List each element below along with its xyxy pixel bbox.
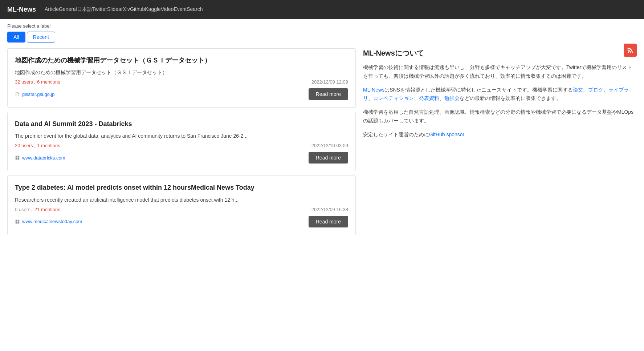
article-date-1: 2022/12/10 03:09 <box>311 143 348 148</box>
sidebar-para3: 機械学習を応用した自然言語処理、画像認識、情報検索などの分野の情報や機械学習で必… <box>363 108 637 125</box>
article-title-2: Type 2 diabetes: AI model predicts onset… <box>15 183 348 192</box>
navbar-item-kaggle[interactable]: Kaggle <box>145 6 161 12</box>
page-header: Please select a label <box>0 19 644 32</box>
article-footer-2: www.medicalnewstoday.com Read more <box>15 216 348 227</box>
article-link-0[interactable]: gisstar.gsi.go.jp <box>15 92 55 97</box>
article-card-2: Type 2 diabetes: AI model predicts onset… <box>7 176 356 235</box>
article-users-2: 0 users <box>15 207 30 212</box>
grid2-icon <box>15 219 20 224</box>
label-buttons: All Recent <box>0 32 644 48</box>
main-layout: 地図作成のための機械学習用データセット（ＧＳＩデータセット） 地図作成のための機… <box>0 48 644 239</box>
doc-icon <box>15 92 20 97</box>
sidebar-para4: 安定したサイト運営のためにGitHub sponsor <box>363 130 637 139</box>
article-users-1: 20 users <box>15 143 33 148</box>
article-date-2: 2022/12/09 16:38 <box>311 207 348 212</box>
sidebar-column: ML-Newsについて 機械学習の技術に関する情報は流速も早いし、分野も多様でキ… <box>363 48 637 239</box>
sidebar-para1: 機械学習の技術に関する情報は流速も早いし、分野も多様でキャッチアップが大変です。… <box>363 63 637 81</box>
article-meta-0: 32 users, 6 mentions 2022/12/09 12:09 <box>15 79 348 85</box>
read-more-button-2[interactable]: Read more <box>309 216 348 227</box>
article-mentions-0: 6 mentions <box>37 79 60 85</box>
btn-recent[interactable]: Recent <box>27 32 55 43</box>
navbar-item-arxiv[interactable]: arXiv <box>118 6 130 12</box>
navbar-item-twitter[interactable]: Twitter <box>92 6 107 12</box>
sidebar-link-competition[interactable]: コンペティション <box>373 95 414 101</box>
article-link-text-0: gisstar.gsi.go.jp <box>22 92 55 97</box>
sidebar-title: ML-Newsについて <box>363 48 637 58</box>
read-more-button-1[interactable]: Read more <box>309 152 348 164</box>
nav-items: ArticleGeneral日本語TwitterSlidearXivGithub… <box>45 6 203 13</box>
article-mentions-2: 21 mentions <box>34 207 60 212</box>
select-label-text: Please select a label <box>7 23 50 29</box>
navbar-item-general[interactable]: General <box>59 6 77 12</box>
article-mentions-1: 1 mentions <box>37 143 60 148</box>
article-link-2[interactable]: www.medicalnewstoday.com <box>15 219 82 224</box>
grid-icon <box>15 155 20 160</box>
article-card-0: 地図作成のための機械学習用データセット（ＧＳＩデータセット） 地図作成のための機… <box>7 48 356 108</box>
navbar-item-search[interactable]: Search <box>187 6 203 12</box>
navbar-item-japanese[interactable]: 日本語 <box>77 6 92 12</box>
article-link-text-1: www.databricks.com <box>22 155 65 161</box>
navbar-item-event[interactable]: Event <box>174 6 187 12</box>
article-date-0: 2022/12/09 12:09 <box>311 79 348 85</box>
article-summary-1: The premier event for the global data, a… <box>15 132 348 140</box>
btn-all[interactable]: All <box>7 32 25 43</box>
article-link-text-2: www.medicalnewstoday.com <box>22 219 82 224</box>
sidebar-link-ronbun[interactable]: 論文 <box>573 87 583 93</box>
article-link-1[interactable]: www.databricks.com <box>15 155 65 161</box>
article-summary-2: Researchers recently created an artifici… <box>15 196 348 204</box>
article-meta-1: 20 users, 1 mentions 2022/12/10 03:09 <box>15 143 348 148</box>
article-footer-1: www.databricks.com Read more <box>15 152 348 164</box>
sidebar-github-sponsor-link[interactable]: GitHub sponsor <box>429 132 464 137</box>
article-stats-2: 0 users, 21 mentions <box>15 207 60 212</box>
navbar-item-article[interactable]: Article <box>45 6 59 12</box>
sidebar-link-slides[interactable]: 発表資料 <box>419 95 439 101</box>
sidebar-ml-news-link[interactable]: ML-News <box>363 87 384 93</box>
article-meta-2: 0 users, 21 mentions 2022/12/09 16:38 <box>15 207 348 212</box>
navbar-item-video[interactable]: Video <box>161 6 174 12</box>
article-footer-0: gisstar.gsi.go.jp Read more <box>15 88 348 100</box>
navbar-item-slide[interactable]: Slide <box>107 6 118 12</box>
navbar-brand[interactable]: ML-News <box>7 6 36 13</box>
article-stats-0: 32 users, 6 mentions <box>15 79 60 85</box>
article-title-0: 地図作成のための機械学習用データセット（ＧＳＩデータセット） <box>15 56 348 65</box>
sidebar-para2: ML-NewsはSNSを情報源とした機械学習に特化したニュースサイトです。機械学… <box>363 86 637 103</box>
navbar-item-github[interactable]: Github <box>130 6 145 12</box>
article-users-0: 32 users <box>15 79 33 85</box>
article-card-1: Data and AI Summit 2023 - Databricks The… <box>7 112 356 171</box>
navbar: ML-News ArticleGeneral日本語TwitterSlidearX… <box>0 0 644 19</box>
sidebar-link-blog[interactable]: ブログ <box>588 87 603 93</box>
articles-column: 地図作成のための機械学習用データセット（ＧＳＩデータセット） 地図作成のための機… <box>7 48 356 239</box>
read-more-button-0[interactable]: Read more <box>309 88 348 100</box>
article-title-1: Data and AI Summit 2023 - Databricks <box>15 120 348 129</box>
article-summary-0: 地図作成のための機械学習用データセット（ＧＳＩデータセット） <box>15 69 348 76</box>
article-stats-1: 20 users, 1 mentions <box>15 143 60 148</box>
sidebar-link-study[interactable]: 勉強会 <box>444 95 460 101</box>
